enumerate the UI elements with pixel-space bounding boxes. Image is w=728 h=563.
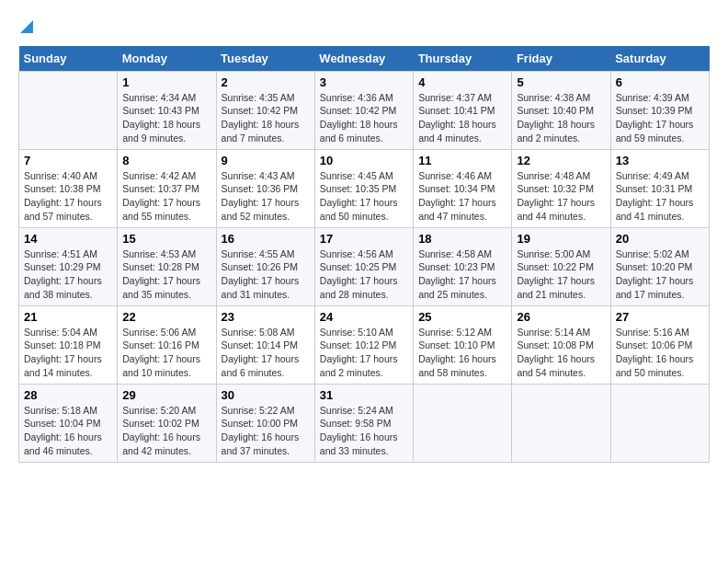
logo — [18, 18, 33, 37]
day-number: 6 — [616, 75, 704, 89]
calendar-cell: 8 Sunrise: 4:42 AMSunset: 10:37 PMDaylig… — [118, 149, 216, 227]
day-number: 1 — [122, 75, 210, 89]
day-number: 15 — [122, 232, 210, 246]
calendar-cell — [414, 384, 512, 462]
day-info: Sunrise: 4:46 AMSunset: 10:34 PMDaylight… — [418, 169, 506, 224]
day-number: 20 — [616, 232, 704, 246]
calendar-cell: 31 Sunrise: 5:24 AMSunset: 9:58 PMDaylig… — [314, 384, 413, 462]
calendar-cell: 11 Sunrise: 4:46 AMSunset: 10:34 PMDayli… — [414, 149, 512, 227]
day-info: Sunrise: 5:10 AMSunset: 10:12 PMDaylight… — [320, 326, 408, 380]
day-info: Sunrise: 4:38 AMSunset: 10:40 PMDaylight… — [517, 91, 605, 145]
day-number: 3 — [320, 75, 408, 89]
day-number: 27 — [616, 310, 704, 324]
day-info: Sunrise: 5:22 AMSunset: 10:00 PMDaylight… — [222, 404, 310, 458]
calendar-cell: 1 Sunrise: 4:34 AMSunset: 10:43 PMDaylig… — [118, 71, 216, 149]
calendar-cell: 16 Sunrise: 4:55 AMSunset: 10:26 PMDayli… — [216, 227, 314, 305]
day-info: Sunrise: 4:58 AMSunset: 10:23 PMDaylight… — [418, 247, 506, 302]
day-info: Sunrise: 5:12 AMSunset: 10:10 PMDaylight… — [418, 326, 506, 380]
day-of-week-header: Tuesday — [216, 46, 314, 72]
calendar-cell — [610, 384, 709, 462]
page-header — [18, 18, 710, 37]
calendar-cell: 5 Sunrise: 4:38 AMSunset: 10:40 PMDaylig… — [512, 71, 610, 149]
day-number: 9 — [222, 154, 310, 167]
day-info: Sunrise: 4:42 AMSunset: 10:37 PMDaylight… — [122, 169, 210, 224]
calendar-cell — [19, 71, 118, 149]
day-number: 18 — [418, 232, 506, 246]
day-number: 23 — [222, 310, 310, 324]
day-number: 22 — [122, 310, 210, 324]
day-number: 2 — [222, 75, 310, 89]
day-number: 7 — [24, 154, 112, 167]
calendar-cell: 7 Sunrise: 4:40 AMSunset: 10:38 PMDaylig… — [19, 149, 118, 227]
calendar-cell: 9 Sunrise: 4:43 AMSunset: 10:36 PMDaylig… — [216, 149, 314, 227]
day-info: Sunrise: 5:00 AMSunset: 10:22 PMDaylight… — [517, 247, 605, 302]
calendar-cell: 20 Sunrise: 5:02 AMSunset: 10:20 PMDayli… — [610, 227, 709, 305]
day-number: 31 — [320, 388, 408, 402]
day-number: 10 — [320, 154, 408, 167]
day-info: Sunrise: 4:49 AMSunset: 10:31 PMDaylight… — [616, 169, 704, 224]
calendar-cell: 2 Sunrise: 4:35 AMSunset: 10:42 PMDaylig… — [216, 71, 314, 149]
day-number: 26 — [517, 310, 605, 324]
day-number: 13 — [616, 154, 704, 167]
day-number: 12 — [517, 154, 605, 167]
day-number: 25 — [418, 310, 506, 324]
calendar-cell: 12 Sunrise: 4:48 AMSunset: 10:32 PMDayli… — [512, 149, 610, 227]
day-info: Sunrise: 4:45 AMSunset: 10:35 PMDaylight… — [320, 169, 408, 224]
day-info: Sunrise: 5:18 AMSunset: 10:04 PMDaylight… — [24, 404, 112, 458]
calendar-cell: 23 Sunrise: 5:08 AMSunset: 10:14 PMDayli… — [216, 305, 314, 384]
day-number: 21 — [24, 310, 112, 324]
calendar-cell: 4 Sunrise: 4:37 AMSunset: 10:41 PMDaylig… — [414, 71, 512, 149]
calendar-cell: 19 Sunrise: 5:00 AMSunset: 10:22 PMDayli… — [512, 227, 610, 305]
day-number: 16 — [222, 232, 310, 246]
day-info: Sunrise: 5:24 AMSunset: 9:58 PMDaylight:… — [320, 404, 408, 458]
calendar-cell: 25 Sunrise: 5:12 AMSunset: 10:10 PMDayli… — [414, 305, 512, 384]
svg-marker-0 — [20, 20, 33, 33]
day-number: 14 — [24, 232, 112, 246]
calendar-cell: 26 Sunrise: 5:14 AMSunset: 10:08 PMDayli… — [512, 305, 610, 384]
day-info: Sunrise: 4:37 AMSunset: 10:41 PMDaylight… — [418, 91, 506, 145]
day-number: 5 — [517, 75, 605, 89]
calendar-cell — [512, 384, 610, 462]
calendar-cell: 13 Sunrise: 4:49 AMSunset: 10:31 PMDayli… — [610, 149, 709, 227]
day-of-week-header: Wednesday — [314, 46, 413, 72]
calendar-cell: 24 Sunrise: 5:10 AMSunset: 10:12 PMDayli… — [314, 305, 413, 384]
day-of-week-header: Saturday — [610, 46, 709, 72]
calendar-cell: 17 Sunrise: 4:56 AMSunset: 10:25 PMDayli… — [314, 227, 413, 305]
day-of-week-header: Friday — [512, 46, 610, 72]
day-of-week-header: Thursday — [414, 46, 512, 72]
day-info: Sunrise: 4:48 AMSunset: 10:32 PMDaylight… — [517, 169, 605, 224]
day-number: 29 — [122, 388, 210, 402]
calendar-cell: 28 Sunrise: 5:18 AMSunset: 10:04 PMDayli… — [19, 384, 118, 462]
logo-triangle-icon — [20, 20, 33, 37]
calendar-table: SundayMondayTuesdayWednesdayThursdayFrid… — [18, 46, 710, 463]
calendar-cell: 18 Sunrise: 4:58 AMSunset: 10:23 PMDayli… — [414, 227, 512, 305]
calendar-cell: 6 Sunrise: 4:39 AMSunset: 10:39 PMDaylig… — [610, 71, 709, 149]
day-info: Sunrise: 4:35 AMSunset: 10:42 PMDaylight… — [222, 91, 310, 145]
calendar-cell: 29 Sunrise: 5:20 AMSunset: 10:02 PMDayli… — [118, 384, 216, 462]
day-number: 24 — [320, 310, 408, 324]
day-number: 19 — [517, 232, 605, 246]
day-info: Sunrise: 4:34 AMSunset: 10:43 PMDaylight… — [122, 91, 210, 145]
day-info: Sunrise: 4:36 AMSunset: 10:42 PMDaylight… — [320, 91, 408, 145]
calendar-cell: 30 Sunrise: 5:22 AMSunset: 10:00 PMDayli… — [216, 384, 314, 462]
calendar-cell: 15 Sunrise: 4:53 AMSunset: 10:28 PMDayli… — [118, 227, 216, 305]
day-info: Sunrise: 5:02 AMSunset: 10:20 PMDaylight… — [616, 247, 704, 302]
calendar-cell: 27 Sunrise: 5:16 AMSunset: 10:06 PMDayli… — [610, 305, 709, 384]
day-info: Sunrise: 5:14 AMSunset: 10:08 PMDaylight… — [517, 326, 605, 380]
day-of-week-header: Monday — [118, 46, 216, 72]
calendar-cell: 22 Sunrise: 5:06 AMSunset: 10:16 PMDayli… — [118, 305, 216, 384]
day-number: 11 — [418, 154, 506, 167]
day-info: Sunrise: 5:08 AMSunset: 10:14 PMDaylight… — [222, 326, 310, 380]
day-info: Sunrise: 4:56 AMSunset: 10:25 PMDaylight… — [320, 247, 408, 302]
day-number: 28 — [24, 388, 112, 402]
day-of-week-header: Sunday — [19, 46, 118, 72]
day-info: Sunrise: 5:04 AMSunset: 10:18 PMDaylight… — [24, 326, 112, 380]
day-number: 8 — [122, 154, 210, 167]
day-info: Sunrise: 4:53 AMSunset: 10:28 PMDaylight… — [122, 247, 210, 302]
day-info: Sunrise: 5:06 AMSunset: 10:16 PMDaylight… — [122, 326, 210, 380]
day-info: Sunrise: 5:16 AMSunset: 10:06 PMDaylight… — [616, 326, 704, 380]
day-info: Sunrise: 4:43 AMSunset: 10:36 PMDaylight… — [222, 169, 310, 224]
calendar-cell: 14 Sunrise: 4:51 AMSunset: 10:29 PMDayli… — [19, 227, 118, 305]
day-info: Sunrise: 4:55 AMSunset: 10:26 PMDaylight… — [222, 247, 310, 302]
day-info: Sunrise: 5:20 AMSunset: 10:02 PMDaylight… — [122, 404, 210, 458]
